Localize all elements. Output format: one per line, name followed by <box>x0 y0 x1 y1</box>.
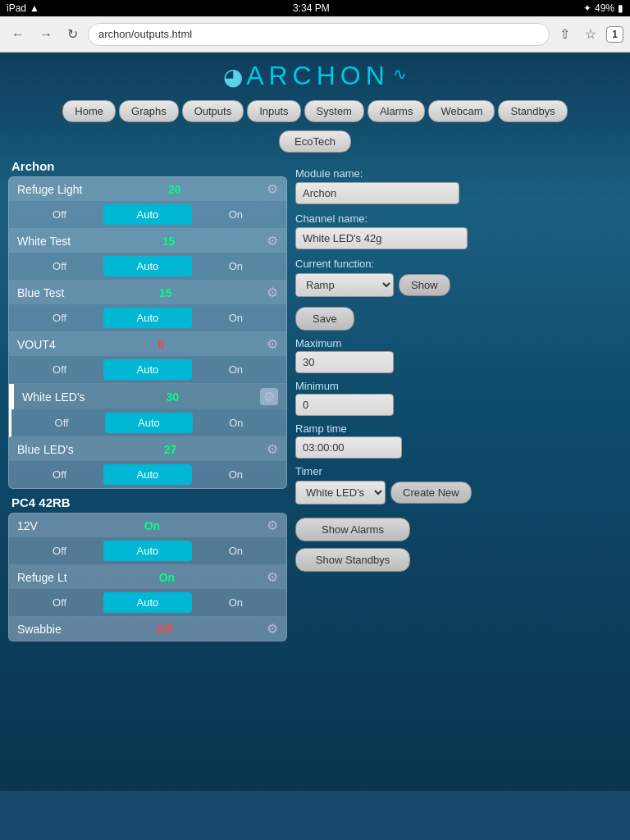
12v-controls: Off Auto On <box>9 537 286 564</box>
refuge-light-name: Refuge Light <box>17 183 82 196</box>
vout4-on[interactable]: On <box>192 359 280 380</box>
save-button[interactable]: Save <box>295 307 354 331</box>
show-alarms-button[interactable]: Show Alarms <box>295 518 410 541</box>
nav-outputs[interactable]: Outputs <box>182 100 244 122</box>
minimum-input[interactable] <box>295 394 394 416</box>
channel-name-input[interactable] <box>295 227 468 249</box>
refuge-light-gear[interactable]: ⚙ <box>267 181 278 197</box>
right-panel: Module name: Channel name: Current funct… <box>295 159 622 572</box>
white-leds-off[interactable]: Off <box>18 413 105 433</box>
maximum-input[interactable] <box>295 351 394 373</box>
show-standbys-button[interactable]: Show Standbys <box>295 548 410 572</box>
white-test-auto[interactable]: Auto <box>103 256 191 276</box>
white-leds-on[interactable]: On <box>193 413 280 433</box>
maximum-label: Maximum <box>295 337 622 349</box>
output-swabbie: Swabbie Off ⚙ <box>9 617 286 641</box>
refuge-light-value: 20 <box>168 183 181 196</box>
carrier-label: iPad <box>7 2 26 14</box>
output-refuge-light-top: Refuge Light 20 ⚙ <box>9 177 286 201</box>
blue-test-controls: Off Auto On <box>9 304 286 331</box>
nav-alarms[interactable]: Alarms <box>368 100 425 122</box>
nav-standbys[interactable]: Standbys <box>498 100 567 122</box>
ramp-time-input[interactable] <box>295 436 402 459</box>
pc4-outputs-box: 12V On ⚙ Off Auto On Refuge Lt <box>8 513 287 641</box>
refuge-light-on[interactable]: On <box>192 204 280 225</box>
white-leds-auto[interactable]: Auto <box>105 413 192 433</box>
tab-count[interactable]: 1 <box>606 26 623 43</box>
output-blue-leds: Blue LED's 27 ⚙ Off Auto On <box>9 437 286 488</box>
output-blue-leds-top: Blue LED's 27 ⚙ <box>9 437 286 461</box>
refuge-lt-gear[interactable]: ⚙ <box>267 569 278 585</box>
blue-test-auto[interactable]: Auto <box>103 308 191 328</box>
blue-test-off[interactable]: Off <box>16 308 103 328</box>
vout4-gear[interactable]: ⚙ <box>267 336 278 352</box>
current-function-label: Current function: <box>295 258 622 270</box>
forward-button[interactable]: → <box>34 24 57 45</box>
12v-off[interactable]: Off <box>16 541 103 561</box>
channel-name-label: Channel name: <box>295 212 622 225</box>
nav-home[interactable]: Home <box>62 100 116 122</box>
timer-select[interactable]: White LED's <box>295 481 386 504</box>
show-button[interactable]: Show <box>399 274 450 296</box>
bookmark-button[interactable]: ☆ <box>580 23 601 45</box>
function-select[interactable]: Ramp Fixed Sine Off <box>295 273 394 297</box>
timer-row: White LED's Create New <box>295 481 622 504</box>
blue-test-on[interactable]: On <box>192 308 280 328</box>
minimum-label: Minimum <box>295 380 622 392</box>
white-test-off[interactable]: Off <box>16 256 103 276</box>
output-blue-test-top: Blue Test 15 ⚙ <box>9 281 286 304</box>
swabbie-gear[interactable]: ⚙ <box>267 621 278 637</box>
blue-test-gear[interactable]: ⚙ <box>267 285 278 300</box>
vout4-name: VOUT4 <box>17 338 56 351</box>
output-white-leds-top: White LED's 30 ⚙ <box>11 384 286 409</box>
header-logo: ◕ ARCHON ∿ <box>0 52 630 95</box>
wifi-logo-icon: ∿ <box>393 65 407 83</box>
ramp-time-label: Ramp time <box>295 422 622 435</box>
blue-leds-gear[interactable]: ⚙ <box>267 441 278 457</box>
refuge-lt-off[interactable]: Off <box>16 592 103 613</box>
nav-inputs[interactable]: Inputs <box>247 100 300 122</box>
create-new-button[interactable]: Create New <box>390 482 472 504</box>
reload-button[interactable]: ↻ <box>62 23 83 45</box>
vout4-auto[interactable]: Auto <box>103 359 191 380</box>
output-refuge-lt-top: Refuge Lt On ⚙ <box>9 565 286 589</box>
blue-leds-on[interactable]: On <box>192 464 280 485</box>
12v-value: On <box>144 519 160 532</box>
white-test-gear[interactable]: ⚙ <box>267 233 278 249</box>
module-name-input[interactable] <box>295 182 459 204</box>
logo-text: ARCHON <box>246 61 390 90</box>
12v-auto[interactable]: Auto <box>103 541 191 561</box>
white-test-on[interactable]: On <box>192 256 280 276</box>
blue-leds-auto[interactable]: Auto <box>103 464 191 485</box>
vout4-value: 0 <box>158 338 164 351</box>
nav-webcam[interactable]: Webcam <box>428 100 495 122</box>
12v-on[interactable]: On <box>192 541 280 561</box>
refuge-light-off[interactable]: Off <box>16 204 103 225</box>
address-bar[interactable] <box>88 23 550 46</box>
white-leds-value: 30 <box>167 390 180 404</box>
refuge-lt-name: Refuge Lt <box>17 571 67 584</box>
share-button[interactable]: ⇧ <box>555 23 575 45</box>
refuge-light-auto[interactable]: Auto <box>103 204 191 225</box>
output-swabbie-top: Swabbie Off ⚙ <box>9 617 286 641</box>
back-button[interactable]: ← <box>7 24 30 45</box>
pc4-section: PC4 42RB 12V On ⚙ Off Auto On <box>8 495 287 641</box>
vout4-controls: Off Auto On <box>9 356 286 383</box>
blue-leds-off[interactable]: Off <box>16 464 103 485</box>
refuge-lt-on[interactable]: On <box>192 592 280 613</box>
nav-ecotech-row: EcoTech <box>0 130 630 153</box>
white-leds-gear[interactable]: ⚙ <box>260 388 278 405</box>
output-blue-test: Blue Test 15 ⚙ Off Auto On <box>9 281 286 332</box>
browser-bar: ← → ↻ ⇧ ☆ 1 <box>0 16 630 52</box>
refuge-lt-auto[interactable]: Auto <box>103 592 191 613</box>
output-vout4-top: VOUT4 0 ⚙ <box>9 332 286 356</box>
12v-gear[interactable]: ⚙ <box>267 518 278 533</box>
vout4-off[interactable]: Off <box>16 359 103 380</box>
archon-outputs-box: Refuge Light 20 ⚙ Off Auto On White Test… <box>8 176 287 489</box>
refuge-lt-value: On <box>159 571 175 584</box>
battery-icon: ▮ <box>618 2 623 14</box>
nav-system[interactable]: System <box>304 100 364 122</box>
nav-ecotech-button[interactable]: EcoTech <box>279 130 351 153</box>
function-row: Ramp Fixed Sine Off Show <box>295 273 622 297</box>
nav-graphs[interactable]: Graphs <box>119 100 179 122</box>
